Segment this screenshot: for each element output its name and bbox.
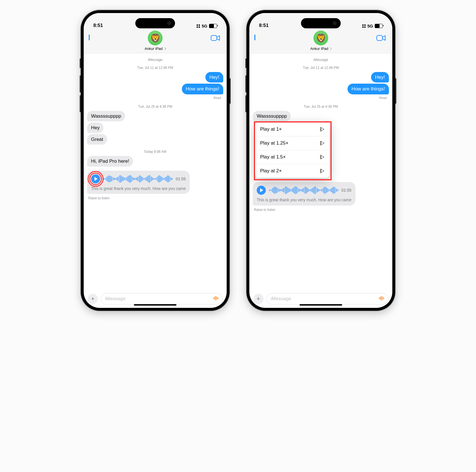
conversation-header: 🦁 Ankur iPad xyxy=(84,29,227,53)
menu-item-play-1x[interactable]: Play at 1× xyxy=(255,122,329,136)
timestamp: Today 8:06 AM xyxy=(87,150,223,154)
avatar[interactable]: 🦁 xyxy=(313,31,328,45)
chevron-left-icon xyxy=(89,35,90,40)
status-time: 8:51 xyxy=(259,23,269,28)
battery-icon xyxy=(375,24,383,28)
playback-speed-menu: Play at 1× Play at 1.25× Play at 1.5× xyxy=(255,122,329,178)
video-icon xyxy=(211,35,220,41)
raise-to-listen-hint: Raise to listen xyxy=(87,195,223,200)
svg-rect-6 xyxy=(377,35,382,41)
timestamp: Tue, Jul 11 at 12:46 PM xyxy=(87,66,223,70)
audio-duration: 01:55 xyxy=(176,177,186,181)
read-receipt: Read xyxy=(87,96,223,100)
messages-scroll[interactable]: iMessage Tue, Jul 11 at 12:46 PM Hey! Ho… xyxy=(249,53,392,290)
audio-message[interactable]: 01:55 This is great thank you very much.… xyxy=(253,182,355,206)
received-bubble[interactable]: Hi, iPad Pro here! xyxy=(87,156,133,166)
contact-name-button[interactable]: Ankur iPad xyxy=(145,46,166,51)
dynamic-island xyxy=(301,18,341,28)
play-icon xyxy=(321,155,324,159)
menu-item-play-1_5x[interactable]: Play at 1.5× xyxy=(255,150,329,164)
read-receipt: Read xyxy=(253,96,389,100)
sent-bubble[interactable]: Hey! xyxy=(205,72,223,82)
back-button[interactable] xyxy=(254,35,255,40)
home-indicator[interactable] xyxy=(134,304,176,306)
audio-record-button[interactable] xyxy=(378,295,384,302)
received-bubble[interactable]: Great xyxy=(87,134,107,145)
dynamic-island xyxy=(135,18,175,28)
menu-item-play-1_25x[interactable]: Play at 1.25× xyxy=(255,136,329,150)
contact-name: Ankur iPad xyxy=(145,46,163,51)
audio-transcript: This is great thank you very much. How a… xyxy=(257,197,351,203)
audio-duration: 01:55 xyxy=(342,188,351,192)
service-label: iMessage xyxy=(87,58,223,62)
message-input[interactable]: iMessage xyxy=(266,293,388,304)
timestamp: Tue, Jul 25 at 4:38 PM xyxy=(253,105,389,109)
timestamp: Tue, Jul 11 at 12:46 PM xyxy=(253,66,389,70)
waveform-icon xyxy=(378,295,384,301)
chevron-left-icon xyxy=(254,35,255,40)
waveform[interactable] xyxy=(104,174,172,184)
message-input[interactable]: iMessage xyxy=(101,293,223,304)
play-icon xyxy=(94,177,98,181)
raise-to-listen-hint: Raise to listen xyxy=(253,207,389,212)
signal-icon xyxy=(197,24,200,28)
facetime-button[interactable] xyxy=(376,35,386,43)
sent-bubble[interactable]: Hey! xyxy=(371,72,389,82)
signal-icon xyxy=(362,24,366,28)
contact-name-button[interactable]: Ankur iPad xyxy=(310,46,332,51)
play-icon xyxy=(321,169,324,173)
waveform-icon xyxy=(213,295,218,301)
home-indicator[interactable] xyxy=(300,304,342,306)
chevron-right-icon xyxy=(329,47,332,50)
service-label: iMessage xyxy=(253,58,389,62)
apps-button[interactable]: + xyxy=(253,294,264,304)
timestamp: Tue, Jul 25 at 4:38 PM xyxy=(87,105,223,109)
play-icon xyxy=(321,141,324,145)
avatar[interactable]: 🦁 xyxy=(148,31,163,45)
svg-rect-0 xyxy=(211,35,217,41)
apps-button[interactable]: + xyxy=(88,294,98,304)
play-icon xyxy=(260,188,263,192)
phone-left: 8:51 5G 🦁 Ankur iPad iMess xyxy=(81,10,229,311)
phone-right: 8:51 5G 🦁 Ankur iPad iMess xyxy=(247,10,395,311)
sent-bubble[interactable]: How are things! xyxy=(347,84,389,94)
placeholder: iMessage xyxy=(271,296,291,302)
waveform[interactable] xyxy=(269,185,338,195)
network-label: 5G xyxy=(202,24,207,28)
menu-item-play-2x[interactable]: Play at 2× xyxy=(255,164,329,178)
video-icon xyxy=(376,35,386,41)
audio-transcript: This is great thank you very much. How a… xyxy=(91,186,186,191)
play-button[interactable] xyxy=(91,174,100,183)
conversation-header: 🦁 Ankur iPad xyxy=(249,29,392,53)
facetime-button[interactable] xyxy=(211,35,220,43)
audio-message[interactable]: 01:55 This is great thank you very much.… xyxy=(87,171,190,194)
network-label: 5G xyxy=(367,24,373,28)
play-icon xyxy=(321,127,324,132)
placeholder: iMessage xyxy=(105,296,126,302)
received-bubble[interactable]: Wassssupppp xyxy=(87,111,125,121)
back-button[interactable] xyxy=(89,35,90,40)
audio-record-button[interactable] xyxy=(213,295,218,302)
chevron-right-icon xyxy=(163,47,166,50)
play-button[interactable] xyxy=(257,186,266,195)
received-bubble[interactable]: Wassssupppp xyxy=(253,111,291,121)
status-time: 8:51 xyxy=(93,23,103,28)
sent-bubble[interactable]: How are things! xyxy=(182,84,223,94)
contact-name: Ankur iPad xyxy=(310,46,328,51)
battery-icon xyxy=(209,24,217,28)
received-bubble[interactable]: Hey xyxy=(87,122,104,133)
messages-scroll[interactable]: iMessage Tue, Jul 11 at 12:46 PM Hey! Ho… xyxy=(84,53,227,290)
